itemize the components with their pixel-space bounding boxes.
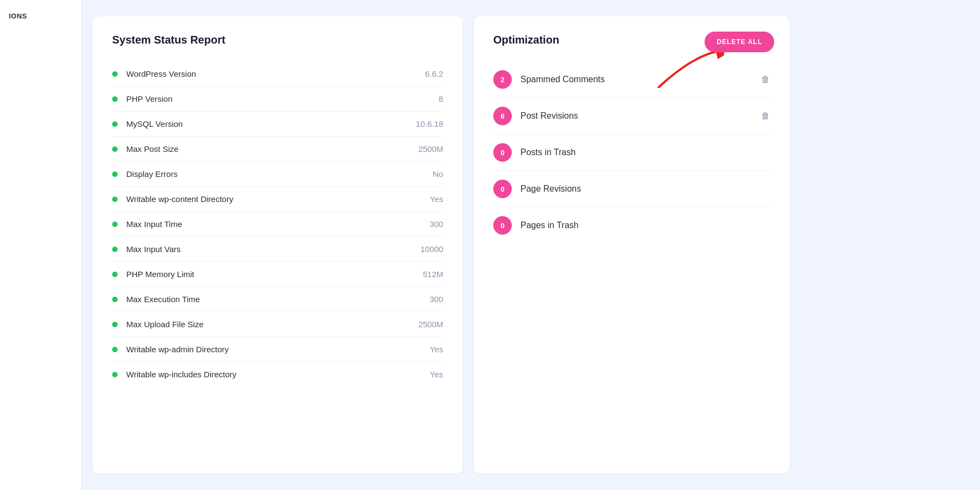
trash-icon[interactable]: 🗑 (761, 111, 770, 121)
status-dot (112, 71, 118, 77)
status-dot (112, 272, 118, 277)
status-label: WordPress Version (126, 69, 425, 78)
status-value: No (433, 169, 443, 179)
optimization-panel: Optimization DELETE ALL 2 Spammed Commen… (474, 16, 789, 474)
status-value: 8 (439, 94, 443, 103)
sidebar: IONS (0, 0, 82, 490)
status-label: Max Input Time (126, 219, 430, 229)
optimization-items: 2 Spammed Comments 🗑 6 Post Revisions 🗑 … (493, 62, 770, 243)
status-value: 2500M (418, 144, 443, 154)
optimization-item: 6 Post Revisions 🗑 (493, 98, 770, 134)
status-label: Max Input Vars (126, 244, 420, 254)
opt-badge: 6 (493, 107, 512, 125)
status-row: Writable wp-admin Directory Yes (112, 337, 443, 362)
status-dot (112, 197, 118, 202)
status-label: Display Errors (126, 169, 433, 179)
status-label: Writable wp-admin Directory (126, 345, 430, 354)
status-value: 10.6.18 (416, 119, 443, 128)
status-row: Writable wp-content Directory Yes (112, 187, 443, 212)
status-dot (112, 372, 118, 377)
status-value: 300 (430, 219, 443, 229)
status-row: Max Execution Time 300 (112, 287, 443, 312)
status-dot (112, 322, 118, 327)
status-label: Max Post Size (126, 144, 418, 154)
status-label: Max Execution Time (126, 295, 430, 304)
status-label: Writable wp-content Directory (126, 194, 430, 204)
status-row: Max Input Vars 10000 (112, 237, 443, 262)
status-value: 300 (430, 295, 443, 304)
status-row: MySQL Version 10.6.18 (112, 112, 443, 137)
optimization-item: 0 Posts in Trash (493, 134, 770, 171)
status-row: PHP Version 8 (112, 87, 443, 112)
sidebar-label: IONS (9, 12, 27, 20)
status-row: PHP Memory Limit 512M (112, 262, 443, 287)
status-dot (112, 297, 118, 302)
status-value: 10000 (420, 244, 443, 254)
status-label: PHP Memory Limit (126, 270, 422, 279)
status-row: Display Errors No (112, 162, 443, 187)
delete-all-button[interactable]: DELETE ALL (705, 32, 774, 52)
optimization-item: 0 Pages in Trash (493, 207, 770, 243)
status-dot (112, 96, 118, 102)
status-value: Yes (430, 370, 443, 379)
optimization-item: 2 Spammed Comments 🗑 (493, 62, 770, 98)
status-panel: System Status Report WordPress Version 6… (93, 16, 463, 474)
status-label: PHP Version (126, 94, 439, 103)
opt-badge: 2 (493, 70, 512, 89)
opt-badge: 0 (493, 143, 512, 162)
status-dot (112, 146, 118, 152)
status-value: Yes (430, 345, 443, 354)
status-dot (112, 121, 118, 127)
status-dot (112, 171, 118, 177)
status-dot (112, 347, 118, 352)
status-rows: WordPress Version 6.6.2 PHP Version 8 My… (112, 62, 443, 387)
opt-item-label: Page Revisions (520, 184, 770, 194)
status-value: 512M (422, 270, 443, 279)
opt-badge: 0 (493, 216, 512, 235)
status-value: Yes (430, 194, 443, 204)
main-content: System Status Report WordPress Version 6… (82, 0, 980, 490)
opt-badge: 0 (493, 180, 512, 198)
status-row: Writable wp-includes Directory Yes (112, 362, 443, 387)
status-dot (112, 247, 118, 252)
opt-item-label: Post Revisions (520, 111, 757, 121)
opt-item-label: Posts in Trash (520, 148, 770, 157)
opt-item-label: Pages in Trash (520, 220, 770, 230)
status-row: Max Upload File Size 2500M (112, 312, 443, 337)
opt-item-label: Spammed Comments (520, 75, 757, 84)
status-row: Max Input Time 300 (112, 212, 443, 237)
optimization-item: 0 Page Revisions (493, 171, 770, 207)
status-value: 6.6.2 (425, 69, 443, 78)
trash-icon[interactable]: 🗑 (761, 75, 770, 84)
status-label: MySQL Version (126, 119, 416, 128)
status-row: WordPress Version 6.6.2 (112, 62, 443, 87)
status-value: 2500M (418, 320, 443, 329)
status-panel-title: System Status Report (112, 34, 443, 46)
status-row: Max Post Size 2500M (112, 137, 443, 162)
status-label: Max Upload File Size (126, 320, 418, 329)
status-label: Writable wp-includes Directory (126, 370, 430, 379)
status-dot (112, 222, 118, 227)
